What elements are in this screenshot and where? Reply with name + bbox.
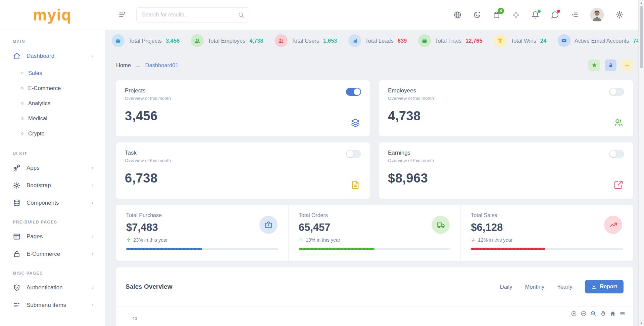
sidebar-item-submenu[interactable]: Submenu items [13,296,95,314]
gear-flower-icon [13,181,21,190]
sidebar-subitem-ecommerce[interactable]: E-Commerce [13,81,95,96]
arrow-up-icon [126,238,131,242]
sidebar-item-bootstrap[interactable]: Bootstrap [13,177,95,194]
scrollbar-thumb[interactable] [640,6,643,68]
subitem-label: Analytics [28,100,50,107]
chevron-right-icon [91,303,95,307]
ticker-label: Total Leads [365,38,393,44]
sidebar-subitem-analytics[interactable]: Analytics [13,96,95,111]
chevron-down-icon [90,54,95,58]
sidebar-subitem-sales[interactable]: Sales [13,66,95,81]
filter-daily[interactable]: Daily [500,284,512,290]
sidebar-subitem-medical[interactable]: Medical [13,111,95,126]
kpi-change-text: 23% in this year [133,237,168,243]
menu-toggle-icon[interactable] [118,10,127,19]
kpi-change-text: 13% in this year [306,237,340,243]
card-toggle[interactable] [346,88,361,96]
gear-icon[interactable] [615,10,624,19]
plus-button[interactable] [621,59,633,71]
filter-monthly[interactable]: Monthly [525,284,544,290]
progress-bar [471,248,623,250]
breadcrumb: Home → Dashboard01 [116,56,633,74]
bell-icon[interactable] [531,11,540,19]
sidebar-subitem-crypto[interactable]: Crypto [13,126,95,141]
home-reset-icon[interactable] [610,311,616,317]
globe-icon[interactable] [453,11,462,19]
users-icon [613,118,624,128]
minimize-icon[interactable] [512,11,520,19]
chevron-right-icon [91,166,95,170]
truck-icon [432,216,450,234]
card-toggle[interactable] [609,88,624,96]
ticker-item: Active Email Accounts 74,526 [558,34,644,47]
envelope-icon [558,34,571,47]
scroll-down-arrow[interactable]: ▼ [639,320,644,326]
shopping-bag-icon[interactable]: 4 [492,11,501,19]
sidebar-item-label: Pages [27,233,85,240]
sidebar-item-components[interactable]: Components [13,194,95,212]
breadcrumb-home[interactable]: Home [116,62,131,69]
kpi-total-sales: Total Sales $6,128 12% in this year [460,205,633,261]
card-title: Earnings [388,150,624,156]
trophy-icon [494,34,507,47]
ticker-item: Total Users 1,653 [275,34,337,47]
filter-yearly[interactable]: Yearly [557,284,572,290]
sidebar-item-ecommerce[interactable]: E-Commerce [13,245,95,263]
star-button[interactable] [588,59,600,71]
chart-area: 40 [116,307,633,326]
sidebar-item-label: Authentication [27,284,85,291]
chevron-right-icon [91,184,95,188]
lock-button[interactable] [605,59,616,71]
report-button[interactable]: Report [585,280,624,293]
bar-chart-icon [348,34,361,47]
search-input[interactable] [142,12,238,18]
sidebar-item-dashboard[interactable]: Dashboard [13,47,95,65]
menu-lines-icon[interactable] [620,311,626,317]
brand-logo[interactable]: myiq [0,0,105,30]
card-toggle[interactable] [346,150,361,158]
topbar-icons: 4 [453,8,624,22]
card-task: Task Overview of this month 6,738 [116,142,370,199]
card-value: 3,456 [125,109,361,123]
shield-icon [13,284,21,292]
sidebar-item-apps[interactable]: Apps [13,159,95,177]
ticker-item: Total Projects 3,456 [112,34,180,47]
trending-up-icon [604,216,622,234]
content: Total Projects 3,456 Total Employes 4,73… [105,30,644,326]
ticker-value: 639 [398,38,407,44]
cart-badge: 4 [498,8,504,14]
sidebar-item-authentication[interactable]: Authentication [13,279,95,296]
zoom-out-icon[interactable] [581,311,587,317]
bullet-icon [21,87,23,89]
pan-icon[interactable] [600,311,606,317]
report-button-label: Report [600,284,617,290]
ticker-label: Total Projects [129,38,162,44]
subitem-label: Medical [28,115,47,122]
ticker-label: Active Email Accounts [575,38,629,44]
briefcase-icon [259,216,278,234]
search-icon[interactable] [238,12,244,18]
card-title: Projects [125,87,361,94]
zoom-select-icon[interactable] [590,311,596,317]
ticker-item: Total Leads 639 [348,34,407,47]
topbar: 4 [105,0,644,30]
scroll-up-arrow[interactable]: ▲ [639,0,644,6]
kpi-total-purchase: Total Purchase $7,483 23% in this year [116,205,288,261]
zoom-in-icon[interactable] [571,311,577,317]
ticker-item: Total Wins 24 [494,34,546,47]
card-subtitle: Overview of this month [388,158,624,163]
database-icon [13,199,21,207]
indent-left-icon[interactable] [570,10,579,19]
users-icon [275,34,288,47]
sales-overview-controls: Daily Monthly Yearly Report [500,280,624,293]
moon-icon[interactable] [473,11,481,19]
menu-arrow-icon [13,301,21,309]
arrow-down-icon [471,238,476,242]
ticker-label: Total Trials [435,38,461,44]
page-scrollbar[interactable]: ▲ ▼ [638,0,644,326]
sidebar-item-pages[interactable]: Pages [13,228,95,245]
card-subtitle: Overview of this month [125,96,361,101]
card-toggle[interactable] [609,150,624,158]
chat-icon[interactable] [551,11,559,19]
avatar[interactable] [590,8,604,22]
